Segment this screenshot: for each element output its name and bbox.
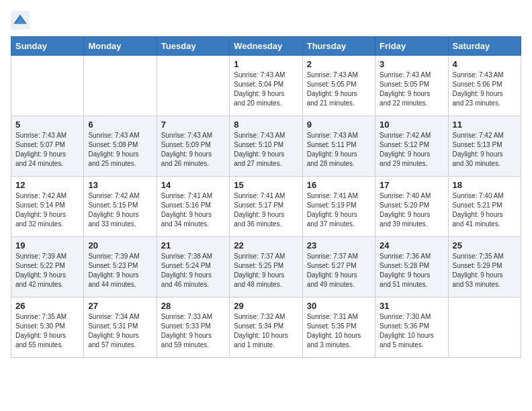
day-info: Sunrise: 7:37 AM Sunset: 5:25 PM Dayligh… bbox=[234, 252, 298, 289]
calendar-cell: 21Sunrise: 7:38 AM Sunset: 5:24 PM Dayli… bbox=[157, 237, 229, 298]
day-info: Sunrise: 7:36 AM Sunset: 5:28 PM Dayligh… bbox=[380, 252, 443, 289]
header-cell-monday: Monday bbox=[84, 37, 157, 56]
day-number: 24 bbox=[380, 240, 443, 250]
calendar-cell: 19Sunrise: 7:39 AM Sunset: 5:22 PM Dayli… bbox=[11, 237, 84, 298]
day-number: 5 bbox=[15, 120, 79, 130]
day-info: Sunrise: 7:43 AM Sunset: 5:04 PM Dayligh… bbox=[234, 71, 298, 108]
day-number: 19 bbox=[15, 240, 79, 250]
day-info: Sunrise: 7:40 AM Sunset: 5:20 PM Dayligh… bbox=[380, 191, 443, 229]
day-number: 31 bbox=[380, 301, 443, 311]
day-number: 17 bbox=[380, 180, 443, 190]
day-number: 9 bbox=[307, 120, 371, 130]
calendar-header: SundayMondayTuesdayWednesdayThursdayFrid… bbox=[11, 37, 521, 56]
calendar-cell: 6Sunrise: 7:43 AM Sunset: 5:08 PM Daylig… bbox=[84, 116, 157, 177]
calendar-table: SundayMondayTuesdayWednesdayThursdayFrid… bbox=[11, 36, 521, 358]
day-info: Sunrise: 7:32 AM Sunset: 5:34 PM Dayligh… bbox=[234, 312, 298, 350]
week-row-4: 26Sunrise: 7:35 AM Sunset: 5:30 PM Dayli… bbox=[11, 298, 521, 358]
calendar-cell: 4Sunrise: 7:43 AM Sunset: 5:06 PM Daylig… bbox=[448, 56, 521, 116]
day-info: Sunrise: 7:43 AM Sunset: 5:09 PM Dayligh… bbox=[161, 131, 225, 169]
day-info: Sunrise: 7:43 AM Sunset: 5:05 PM Dayligh… bbox=[380, 71, 443, 108]
day-info: Sunrise: 7:35 AM Sunset: 5:30 PM Dayligh… bbox=[15, 312, 79, 350]
calendar-cell: 9Sunrise: 7:43 AM Sunset: 5:11 PM Daylig… bbox=[302, 116, 375, 177]
calendar-cell: 22Sunrise: 7:37 AM Sunset: 5:25 PM Dayli… bbox=[230, 237, 302, 298]
day-info: Sunrise: 7:42 AM Sunset: 5:14 PM Dayligh… bbox=[15, 191, 79, 229]
calendar-cell: 7Sunrise: 7:43 AM Sunset: 5:09 PM Daylig… bbox=[157, 116, 229, 177]
day-number: 27 bbox=[88, 301, 152, 311]
day-info: Sunrise: 7:43 AM Sunset: 5:11 PM Dayligh… bbox=[307, 131, 371, 169]
day-number: 12 bbox=[15, 180, 79, 190]
day-number: 13 bbox=[88, 180, 152, 190]
day-number: 15 bbox=[234, 180, 298, 190]
day-number: 8 bbox=[234, 120, 298, 130]
day-number: 14 bbox=[161, 180, 225, 190]
day-info: Sunrise: 7:42 AM Sunset: 5:15 PM Dayligh… bbox=[88, 191, 152, 229]
calendar-body: 1Sunrise: 7:43 AM Sunset: 5:04 PM Daylig… bbox=[11, 56, 521, 358]
day-number: 26 bbox=[15, 301, 79, 311]
calendar-cell: 15Sunrise: 7:41 AM Sunset: 5:17 PM Dayli… bbox=[230, 177, 302, 237]
day-number: 10 bbox=[380, 120, 443, 130]
header-cell-sunday: Sunday bbox=[11, 37, 84, 56]
logo-icon bbox=[11, 11, 30, 30]
day-info: Sunrise: 7:33 AM Sunset: 5:33 PM Dayligh… bbox=[161, 312, 225, 350]
calendar-cell: 29Sunrise: 7:32 AM Sunset: 5:34 PM Dayli… bbox=[230, 298, 302, 358]
calendar-cell: 12Sunrise: 7:42 AM Sunset: 5:14 PM Dayli… bbox=[11, 177, 84, 237]
day-number: 11 bbox=[453, 120, 517, 130]
day-number: 28 bbox=[161, 301, 225, 311]
day-info: Sunrise: 7:30 AM Sunset: 5:36 PM Dayligh… bbox=[380, 312, 443, 350]
calendar-cell: 24Sunrise: 7:36 AM Sunset: 5:28 PM Dayli… bbox=[375, 237, 448, 298]
header-cell-saturday: Saturday bbox=[448, 37, 521, 56]
day-number: 22 bbox=[234, 240, 298, 250]
day-number: 2 bbox=[307, 59, 371, 69]
day-info: Sunrise: 7:42 AM Sunset: 5:13 PM Dayligh… bbox=[453, 131, 517, 169]
day-info: Sunrise: 7:43 AM Sunset: 5:07 PM Dayligh… bbox=[15, 131, 79, 169]
calendar-cell bbox=[84, 56, 157, 116]
day-info: Sunrise: 7:38 AM Sunset: 5:24 PM Dayligh… bbox=[161, 252, 225, 289]
day-info: Sunrise: 7:41 AM Sunset: 5:17 PM Dayligh… bbox=[234, 191, 298, 229]
day-number: 25 bbox=[453, 240, 517, 250]
calendar-cell: 1Sunrise: 7:43 AM Sunset: 5:04 PM Daylig… bbox=[230, 56, 302, 116]
calendar-cell: 5Sunrise: 7:43 AM Sunset: 5:07 PM Daylig… bbox=[11, 116, 84, 177]
day-info: Sunrise: 7:31 AM Sunset: 5:35 PM Dayligh… bbox=[307, 312, 371, 350]
week-row-0: 1Sunrise: 7:43 AM Sunset: 5:04 PM Daylig… bbox=[11, 56, 521, 116]
calendar-cell: 18Sunrise: 7:40 AM Sunset: 5:21 PM Dayli… bbox=[448, 177, 521, 237]
week-row-1: 5Sunrise: 7:43 AM Sunset: 5:07 PM Daylig… bbox=[11, 116, 521, 177]
page-header bbox=[11, 11, 521, 30]
day-number: 3 bbox=[380, 59, 443, 69]
day-info: Sunrise: 7:40 AM Sunset: 5:21 PM Dayligh… bbox=[453, 191, 517, 229]
day-number: 7 bbox=[161, 120, 225, 130]
day-number: 23 bbox=[307, 240, 371, 250]
calendar-cell bbox=[157, 56, 229, 116]
day-number: 21 bbox=[161, 240, 225, 250]
day-number: 4 bbox=[453, 59, 517, 69]
header-cell-friday: Friday bbox=[375, 37, 448, 56]
header-cell-thursday: Thursday bbox=[302, 37, 375, 56]
day-info: Sunrise: 7:42 AM Sunset: 5:12 PM Dayligh… bbox=[380, 131, 443, 169]
calendar-cell: 23Sunrise: 7:37 AM Sunset: 5:27 PM Dayli… bbox=[302, 237, 375, 298]
calendar-cell: 28Sunrise: 7:33 AM Sunset: 5:33 PM Dayli… bbox=[157, 298, 229, 358]
calendar-cell: 17Sunrise: 7:40 AM Sunset: 5:20 PM Dayli… bbox=[375, 177, 448, 237]
calendar-cell: 3Sunrise: 7:43 AM Sunset: 5:05 PM Daylig… bbox=[375, 56, 448, 116]
calendar-cell bbox=[448, 298, 521, 358]
calendar-cell: 27Sunrise: 7:34 AM Sunset: 5:31 PM Dayli… bbox=[84, 298, 157, 358]
calendar-cell: 8Sunrise: 7:43 AM Sunset: 5:10 PM Daylig… bbox=[230, 116, 302, 177]
day-info: Sunrise: 7:43 AM Sunset: 5:10 PM Dayligh… bbox=[234, 131, 298, 169]
calendar-cell: 2Sunrise: 7:43 AM Sunset: 5:05 PM Daylig… bbox=[302, 56, 375, 116]
day-info: Sunrise: 7:39 AM Sunset: 5:23 PM Dayligh… bbox=[88, 252, 152, 289]
day-number: 20 bbox=[88, 240, 152, 250]
day-number: 30 bbox=[307, 301, 371, 311]
day-info: Sunrise: 7:35 AM Sunset: 5:29 PM Dayligh… bbox=[453, 252, 517, 289]
calendar-cell: 10Sunrise: 7:42 AM Sunset: 5:12 PM Dayli… bbox=[375, 116, 448, 177]
calendar-cell: 20Sunrise: 7:39 AM Sunset: 5:23 PM Dayli… bbox=[84, 237, 157, 298]
calendar-cell: 30Sunrise: 7:31 AM Sunset: 5:35 PM Dayli… bbox=[302, 298, 375, 358]
calendar-cell: 26Sunrise: 7:35 AM Sunset: 5:30 PM Dayli… bbox=[11, 298, 84, 358]
day-info: Sunrise: 7:43 AM Sunset: 5:05 PM Dayligh… bbox=[307, 71, 371, 108]
calendar-cell: 25Sunrise: 7:35 AM Sunset: 5:29 PM Dayli… bbox=[448, 237, 521, 298]
calendar-cell: 11Sunrise: 7:42 AM Sunset: 5:13 PM Dayli… bbox=[448, 116, 521, 177]
calendar-cell: 14Sunrise: 7:41 AM Sunset: 5:16 PM Dayli… bbox=[157, 177, 229, 237]
header-cell-tuesday: Tuesday bbox=[157, 37, 229, 56]
day-info: Sunrise: 7:34 AM Sunset: 5:31 PM Dayligh… bbox=[88, 312, 152, 350]
week-row-3: 19Sunrise: 7:39 AM Sunset: 5:22 PM Dayli… bbox=[11, 237, 521, 298]
logo bbox=[11, 11, 32, 30]
week-row-2: 12Sunrise: 7:42 AM Sunset: 5:14 PM Dayli… bbox=[11, 177, 521, 237]
day-number: 29 bbox=[234, 301, 298, 311]
